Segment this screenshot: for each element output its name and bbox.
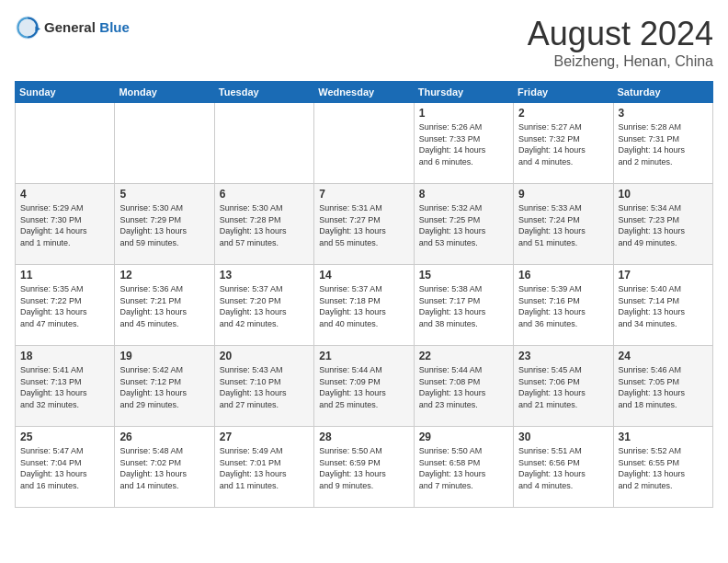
day-number: 15 xyxy=(419,269,508,282)
day-number: 6 xyxy=(220,188,309,201)
cell-info: Sunrise: 5:48 AM Sunset: 7:02 PM Dayligh… xyxy=(119,445,209,491)
calendar-cell: 5Sunrise: 5:30 AM Sunset: 7:29 PM Daylig… xyxy=(115,184,214,265)
header-cell-wednesday: Wednesday xyxy=(314,82,414,103)
day-number: 8 xyxy=(419,188,508,201)
cell-info: Sunrise: 5:38 AM Sunset: 7:17 PM Dayligh… xyxy=(419,283,508,329)
month-title: August 2024 xyxy=(528,15,713,53)
day-number: 20 xyxy=(220,350,309,362)
day-number: 29 xyxy=(419,431,508,443)
location-title: Beizheng, Henan, China xyxy=(528,53,713,70)
cell-info: Sunrise: 5:27 AM Sunset: 7:32 PM Dayligh… xyxy=(518,121,608,167)
cell-info: Sunrise: 5:37 AM Sunset: 7:20 PM Dayligh… xyxy=(220,283,309,329)
calendar-cell xyxy=(16,103,115,184)
header-cell-thursday: Thursday xyxy=(414,82,513,103)
day-number: 28 xyxy=(319,431,408,443)
cell-info: Sunrise: 5:41 AM Sunset: 7:13 PM Dayligh… xyxy=(20,364,109,410)
day-number: 22 xyxy=(419,350,508,362)
cell-info: Sunrise: 5:39 AM Sunset: 7:16 PM Dayligh… xyxy=(518,283,608,329)
calendar-cell: 1Sunrise: 5:26 AM Sunset: 7:33 PM Daylig… xyxy=(414,103,513,184)
day-number: 26 xyxy=(119,431,209,443)
calendar-cell: 25Sunrise: 5:47 AM Sunset: 7:04 PM Dayli… xyxy=(16,427,115,508)
week-row-2: 4Sunrise: 5:29 AM Sunset: 7:30 PM Daylig… xyxy=(16,184,713,265)
logo-general: General xyxy=(44,19,96,35)
day-number: 12 xyxy=(119,269,209,282)
week-row-1: 1Sunrise: 5:26 AM Sunset: 7:33 PM Daylig… xyxy=(16,103,713,184)
cell-info: Sunrise: 5:47 AM Sunset: 7:04 PM Dayligh… xyxy=(20,445,109,491)
page-header: General Blue August 2024 Beizheng, Henan… xyxy=(15,15,713,70)
calendar-cell: 28Sunrise: 5:50 AM Sunset: 6:59 PM Dayli… xyxy=(314,427,414,508)
day-number: 17 xyxy=(619,269,708,282)
header-row: SundayMondayTuesdayWednesdayThursdayFrid… xyxy=(16,82,713,103)
logo-text: General Blue xyxy=(44,19,130,36)
day-number: 21 xyxy=(319,350,408,362)
cell-info: Sunrise: 5:45 AM Sunset: 7:06 PM Dayligh… xyxy=(518,364,608,410)
calendar-cell: 26Sunrise: 5:48 AM Sunset: 7:02 PM Dayli… xyxy=(115,427,214,508)
logo-icon xyxy=(15,15,40,40)
calendar-cell xyxy=(314,103,414,184)
header-cell-friday: Friday xyxy=(514,82,613,103)
day-number: 16 xyxy=(518,269,608,282)
day-number: 5 xyxy=(119,188,209,201)
cell-info: Sunrise: 5:50 AM Sunset: 6:59 PM Dayligh… xyxy=(319,445,408,491)
day-number: 24 xyxy=(619,350,708,362)
calendar-cell: 4Sunrise: 5:29 AM Sunset: 7:30 PM Daylig… xyxy=(16,184,115,265)
day-number: 14 xyxy=(319,269,408,282)
cell-info: Sunrise: 5:49 AM Sunset: 7:01 PM Dayligh… xyxy=(220,445,309,491)
cell-info: Sunrise: 5:44 AM Sunset: 7:08 PM Dayligh… xyxy=(419,364,508,410)
cell-info: Sunrise: 5:32 AM Sunset: 7:25 PM Dayligh… xyxy=(419,202,508,248)
day-number: 13 xyxy=(220,269,309,282)
calendar-cell: 29Sunrise: 5:50 AM Sunset: 6:58 PM Dayli… xyxy=(414,427,513,508)
header-cell-tuesday: Tuesday xyxy=(214,82,313,103)
day-number: 4 xyxy=(20,188,109,201)
header-cell-saturday: Saturday xyxy=(613,82,712,103)
day-number: 18 xyxy=(20,350,109,362)
calendar-cell: 12Sunrise: 5:36 AM Sunset: 7:21 PM Dayli… xyxy=(115,265,214,346)
calendar-cell: 16Sunrise: 5:39 AM Sunset: 7:16 PM Dayli… xyxy=(514,265,613,346)
calendar-cell: 21Sunrise: 5:44 AM Sunset: 7:09 PM Dayli… xyxy=(314,346,414,427)
calendar-cell: 19Sunrise: 5:42 AM Sunset: 7:12 PM Dayli… xyxy=(115,346,214,427)
calendar-cell: 22Sunrise: 5:44 AM Sunset: 7:08 PM Dayli… xyxy=(414,346,513,427)
day-number: 2 xyxy=(518,107,608,120)
day-number: 19 xyxy=(119,350,209,362)
cell-info: Sunrise: 5:36 AM Sunset: 7:21 PM Dayligh… xyxy=(119,283,209,329)
calendar-cell: 11Sunrise: 5:35 AM Sunset: 7:22 PM Dayli… xyxy=(16,265,115,346)
week-row-3: 11Sunrise: 5:35 AM Sunset: 7:22 PM Dayli… xyxy=(16,265,713,346)
cell-info: Sunrise: 5:43 AM Sunset: 7:10 PM Dayligh… xyxy=(220,364,309,410)
calendar-cell: 13Sunrise: 5:37 AM Sunset: 7:20 PM Dayli… xyxy=(214,265,313,346)
cell-info: Sunrise: 5:29 AM Sunset: 7:30 PM Dayligh… xyxy=(20,202,109,248)
calendar-cell: 6Sunrise: 5:30 AM Sunset: 7:28 PM Daylig… xyxy=(214,184,313,265)
calendar-cell: 17Sunrise: 5:40 AM Sunset: 7:14 PM Dayli… xyxy=(613,265,712,346)
title-block: August 2024 Beizheng, Henan, China xyxy=(528,15,713,70)
calendar-cell: 15Sunrise: 5:38 AM Sunset: 7:17 PM Dayli… xyxy=(414,265,513,346)
calendar-cell: 30Sunrise: 5:51 AM Sunset: 6:56 PM Dayli… xyxy=(514,427,613,508)
cell-info: Sunrise: 5:40 AM Sunset: 7:14 PM Dayligh… xyxy=(619,283,708,329)
logo: General Blue xyxy=(15,15,130,40)
cell-info: Sunrise: 5:51 AM Sunset: 6:56 PM Dayligh… xyxy=(518,445,608,491)
cell-info: Sunrise: 5:33 AM Sunset: 7:24 PM Dayligh… xyxy=(518,202,608,248)
cell-info: Sunrise: 5:50 AM Sunset: 6:58 PM Dayligh… xyxy=(419,445,508,491)
day-number: 30 xyxy=(518,431,608,443)
day-number: 23 xyxy=(518,350,608,362)
cell-info: Sunrise: 5:37 AM Sunset: 7:18 PM Dayligh… xyxy=(319,283,408,329)
day-number: 31 xyxy=(619,431,708,443)
day-number: 1 xyxy=(419,107,508,120)
cell-info: Sunrise: 5:30 AM Sunset: 7:28 PM Dayligh… xyxy=(220,202,309,248)
day-number: 7 xyxy=(319,188,408,201)
calendar-cell: 9Sunrise: 5:33 AM Sunset: 7:24 PM Daylig… xyxy=(514,184,613,265)
header-cell-monday: Monday xyxy=(115,82,214,103)
calendar-cell xyxy=(115,103,214,184)
calendar-cell: 23Sunrise: 5:45 AM Sunset: 7:06 PM Dayli… xyxy=(514,346,613,427)
calendar-header: SundayMondayTuesdayWednesdayThursdayFrid… xyxy=(16,82,713,103)
cell-info: Sunrise: 5:30 AM Sunset: 7:29 PM Dayligh… xyxy=(119,202,209,248)
calendar-cell: 7Sunrise: 5:31 AM Sunset: 7:27 PM Daylig… xyxy=(314,184,414,265)
cell-info: Sunrise: 5:42 AM Sunset: 7:12 PM Dayligh… xyxy=(119,364,209,410)
header-cell-sunday: Sunday xyxy=(16,82,115,103)
day-number: 9 xyxy=(518,188,608,201)
day-number: 25 xyxy=(20,431,109,443)
calendar-cell: 27Sunrise: 5:49 AM Sunset: 7:01 PM Dayli… xyxy=(214,427,313,508)
calendar-cell: 20Sunrise: 5:43 AM Sunset: 7:10 PM Dayli… xyxy=(214,346,313,427)
calendar-cell: 14Sunrise: 5:37 AM Sunset: 7:18 PM Dayli… xyxy=(314,265,414,346)
calendar-table: SundayMondayTuesdayWednesdayThursdayFrid… xyxy=(15,81,713,508)
day-number: 11 xyxy=(20,269,109,282)
week-row-4: 18Sunrise: 5:41 AM Sunset: 7:13 PM Dayli… xyxy=(16,346,713,427)
